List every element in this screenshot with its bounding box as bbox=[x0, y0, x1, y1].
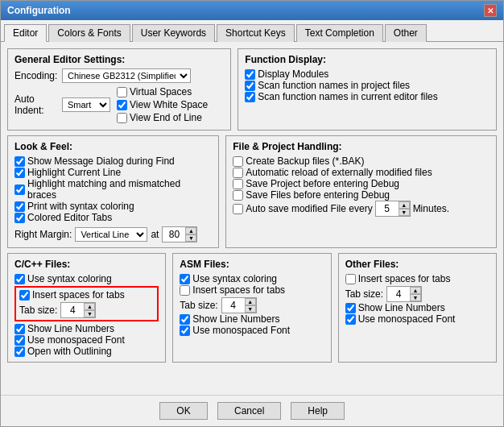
scan-current-checkbox[interactable] bbox=[245, 92, 255, 102]
asm-use-syntax-checkbox[interactable] bbox=[180, 274, 190, 284]
cpp-show-line-numbers-checkbox[interactable] bbox=[14, 324, 25, 334]
cpp-tab-size-up-arrow[interactable]: ▲ bbox=[84, 303, 95, 310]
save-files-checkbox[interactable] bbox=[233, 190, 243, 201]
asm-tab-size-down-arrow[interactable]: ▼ bbox=[245, 305, 256, 313]
auto-save-up-arrow[interactable]: ▲ bbox=[399, 201, 410, 209]
bottom-sections: C/C++ Files: Use syntax coloring Insert … bbox=[7, 253, 497, 363]
tab-editor[interactable]: Editor bbox=[4, 24, 47, 42]
cpp-open-outlining-checkbox[interactable] bbox=[14, 346, 25, 357]
asm-tab-size-input[interactable] bbox=[222, 299, 245, 312]
colored-tabs-label: Colored Editor Tabs bbox=[27, 212, 112, 223]
asm-insert-spaces-checkbox[interactable] bbox=[180, 285, 190, 296]
highlight-matching-checkbox[interactable] bbox=[14, 184, 25, 195]
tab-colors-fonts[interactable]: Colors & Fonts bbox=[48, 24, 130, 42]
create-backup-checkbox[interactable] bbox=[233, 156, 243, 167]
other-tab-size-input[interactable] bbox=[387, 288, 410, 301]
create-backup-label: Create Backup files (*.BAK) bbox=[246, 155, 364, 167]
view-end-of-line-checkbox[interactable] bbox=[117, 113, 127, 123]
help-button[interactable]: Help bbox=[291, 402, 345, 420]
print-syntax-checkbox[interactable] bbox=[14, 201, 25, 212]
other-use-monospaced-label: Use monospaced Font bbox=[358, 313, 456, 325]
right-margin-down-arrow[interactable]: ▼ bbox=[185, 234, 196, 242]
cpp-open-outlining-label: Open with Outlining bbox=[27, 346, 112, 357]
virtual-spaces-checkbox[interactable] bbox=[117, 87, 127, 97]
scan-current-label: Scan function names in current editor fi… bbox=[258, 91, 437, 102]
asm-insert-spaces-label: Insert spaces for tabs bbox=[192, 284, 285, 296]
asm-tab-size-spinbox: ▲ ▼ bbox=[221, 297, 257, 313]
minutes-label: Minutes. bbox=[413, 203, 449, 214]
other-tab-size-arrows: ▲ ▼ bbox=[410, 287, 421, 301]
cpp-use-syntax-row: Use syntax coloring bbox=[14, 273, 159, 284]
other-tab-size-spinbox: ▲ ▼ bbox=[386, 286, 422, 302]
asm-use-monospaced-checkbox[interactable] bbox=[180, 325, 190, 336]
asm-files-panel: ASM Files: Use syntax coloring Insert sp… bbox=[172, 253, 331, 363]
asm-tab-size-up-arrow[interactable]: ▲ bbox=[245, 298, 256, 305]
cpp-tab-size-label: Tab size: bbox=[19, 305, 57, 316]
display-modules-checkbox[interactable] bbox=[245, 69, 255, 80]
other-tab-size-down-arrow[interactable]: ▼ bbox=[410, 294, 421, 301]
asm-tab-size-row: Tab size: ▲ ▼ bbox=[180, 297, 324, 313]
right-margin-spinbox: ▲ ▼ bbox=[162, 226, 197, 243]
tab-shortcut-keys[interactable]: Shortcut Keys bbox=[217, 24, 295, 42]
cpp-insert-spaces-checkbox[interactable] bbox=[19, 290, 30, 301]
other-insert-spaces-checkbox[interactable] bbox=[345, 274, 356, 284]
create-backup-row: Create Backup files (*.BAK) bbox=[233, 155, 490, 167]
cpp-use-monospaced-label: Use monospaced Font bbox=[27, 334, 125, 346]
asm-use-syntax-row: Use syntax coloring bbox=[180, 273, 324, 284]
look-feel-panel: Look & Feel: Show Message Dialog during … bbox=[7, 135, 219, 248]
scan-project-label: Scan function names in project files bbox=[258, 80, 410, 91]
auto-reload-row: Automatic reload of externally modified … bbox=[233, 167, 490, 178]
general-editor-panel: General Editor Settings: Encoding: Chine… bbox=[7, 48, 231, 131]
cpp-tab-size-spinbox: ▲ ▼ bbox=[60, 302, 96, 318]
right-margin-label: Right Margin: bbox=[14, 229, 72, 240]
asm-use-monospaced-label: Use monospaced Font bbox=[192, 325, 290, 336]
cpp-use-syntax-checkbox[interactable] bbox=[14, 274, 25, 284]
scan-project-checkbox[interactable] bbox=[245, 81, 255, 91]
auto-indent-row: Auto Indent: Smart Virtual Spaces View W… bbox=[14, 86, 224, 123]
other-show-line-numbers-row: Show Line Numbers bbox=[345, 302, 490, 313]
ok-button[interactable]: OK bbox=[159, 402, 208, 420]
save-project-checkbox[interactable] bbox=[233, 179, 243, 189]
other-tab-size-up-arrow[interactable]: ▲ bbox=[410, 287, 421, 294]
highlight-current-label: Highlight Current Line bbox=[27, 167, 121, 178]
print-syntax-row: Print with syntax coloring bbox=[14, 201, 212, 212]
encoding-select[interactable]: Chinese GB2312 (Simplified) bbox=[62, 68, 191, 83]
auto-save-input[interactable] bbox=[376, 202, 399, 215]
other-use-monospaced-checkbox[interactable] bbox=[345, 314, 356, 325]
asm-show-line-numbers-row: Show Line Numbers bbox=[180, 313, 324, 325]
view-white-space-checkbox[interactable] bbox=[117, 100, 127, 110]
colored-tabs-checkbox[interactable] bbox=[14, 213, 25, 223]
cpp-tab-size-input[interactable] bbox=[61, 304, 84, 317]
configuration-window: Configuration ✕ Editor Colors & Fonts Us… bbox=[0, 0, 504, 427]
cpp-show-line-numbers-row: Show Line Numbers bbox=[14, 323, 159, 334]
cpp-use-monospaced-checkbox[interactable] bbox=[14, 335, 25, 346]
close-button[interactable]: ✕ bbox=[484, 4, 497, 17]
highlight-matching-label: Highlight matching and mismatched braces bbox=[27, 178, 212, 201]
auto-reload-checkbox[interactable] bbox=[233, 168, 243, 178]
right-margin-input[interactable] bbox=[163, 228, 185, 241]
tab-user-keywords[interactable]: User Keywords bbox=[132, 24, 215, 42]
highlight-current-checkbox[interactable] bbox=[14, 168, 25, 178]
function-display-title: Function Display: bbox=[245, 54, 490, 65]
cpp-use-syntax-label: Use syntax coloring bbox=[27, 273, 112, 284]
other-show-line-numbers-checkbox[interactable] bbox=[345, 303, 356, 313]
tab-text-completion[interactable]: Text Completion bbox=[296, 24, 383, 42]
cpp-tab-size-down-arrow[interactable]: ▼ bbox=[84, 310, 95, 317]
auto-indent-select[interactable]: Smart bbox=[62, 97, 110, 112]
auto-save-label: Auto save modified File every bbox=[246, 203, 372, 214]
asm-show-line-numbers-checkbox[interactable] bbox=[180, 314, 190, 325]
show-message-row: Show Message Dialog during Find bbox=[14, 155, 212, 167]
show-message-checkbox[interactable] bbox=[14, 156, 25, 167]
tab-other[interactable]: Other bbox=[385, 24, 427, 42]
right-margin-up-arrow[interactable]: ▲ bbox=[185, 227, 196, 234]
cancel-button[interactable]: Cancel bbox=[217, 402, 281, 420]
footer: OK Cancel Help bbox=[1, 395, 503, 426]
at-label: at bbox=[151, 229, 159, 240]
auto-save-checkbox[interactable] bbox=[233, 204, 243, 214]
highlight-matching-row: Highlight matching and mismatched braces bbox=[14, 178, 212, 201]
other-insert-spaces-row: Insert spaces for tabs bbox=[345, 273, 490, 284]
auto-save-down-arrow[interactable]: ▼ bbox=[399, 209, 410, 216]
asm-tab-size-arrows: ▲ ▼ bbox=[245, 298, 256, 313]
right-margin-select[interactable]: Vertical Line bbox=[75, 227, 147, 242]
right-margin-arrows: ▲ ▼ bbox=[185, 227, 196, 242]
